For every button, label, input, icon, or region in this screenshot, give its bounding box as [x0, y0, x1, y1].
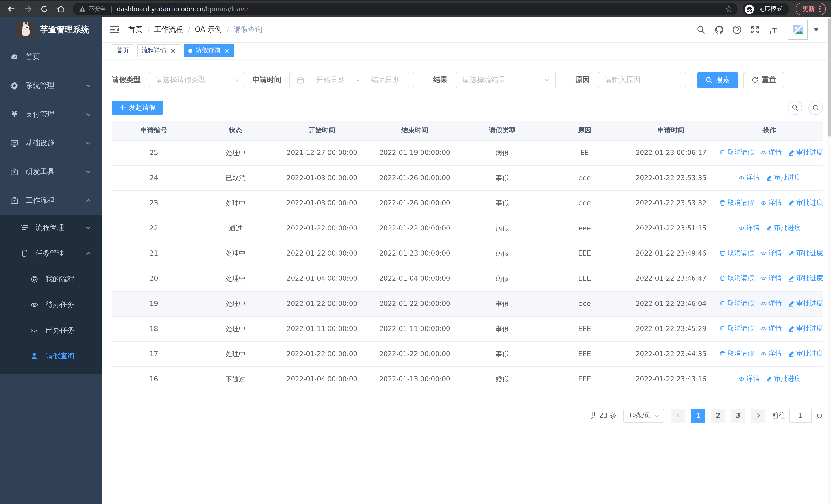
end-date-input[interactable]: 结束日期 — [362, 76, 408, 85]
page-button-2[interactable]: 2 — [711, 408, 725, 423]
browser-back-icon[interactable] — [4, 2, 19, 16]
fullscreen-icon[interactable] — [750, 24, 760, 35]
cell-reason: EEE — [543, 341, 626, 366]
user-avatar[interactable] — [788, 20, 808, 39]
close-icon[interactable]: × — [224, 48, 229, 54]
avatar-caret-icon[interactable] — [813, 28, 819, 31]
detail-action-link[interactable]: 详情 — [760, 148, 782, 157]
prev-page-button[interactable] — [671, 408, 685, 423]
sidebar-item-流程管理[interactable]: 流程管理 — [0, 215, 102, 241]
bookmark-star-icon[interactable] — [725, 5, 733, 13]
page-button-3[interactable]: 3 — [731, 408, 745, 423]
sidebar-item-已办任务[interactable]: 已办任务 — [0, 318, 102, 343]
create-leave-button[interactable]: 发起请假 — [112, 100, 163, 115]
tab-leave-query[interactable]: 请假查询× — [184, 44, 234, 57]
start-date-input[interactable]: 开始日期 — [308, 76, 354, 85]
progress-action-link[interactable]: 审批进度 — [766, 224, 801, 233]
cancel-action-link[interactable]: 取消请假 — [719, 349, 754, 358]
refresh-table-button[interactable] — [808, 100, 823, 115]
cell-actions: 取消请假详情审批进度 — [716, 291, 823, 316]
security-chip[interactable]: 不安全 — [79, 5, 106, 13]
progress-action-link[interactable]: 审批进度 — [788, 324, 823, 333]
cancel-action-link[interactable]: 取消请假 — [719, 249, 754, 258]
tab-process-detail[interactable]: 流程详情× — [137, 44, 180, 57]
sidebar-item-我的流程[interactable]: 我的流程 — [0, 266, 102, 292]
cancel-action-link[interactable]: 取消请假 — [719, 324, 754, 333]
search-button[interactable]: 搜索 — [697, 72, 738, 88]
reset-button[interactable]: 重置 — [743, 72, 784, 88]
sidebar-item-首页[interactable]: 首页 — [0, 42, 102, 71]
close-icon[interactable]: × — [170, 48, 175, 54]
window-scrollbar[interactable] — [827, 17, 831, 504]
cell-start: 2022-01-04 00:00:00 — [276, 266, 369, 291]
cell-status: 处理中 — [196, 241, 276, 266]
github-icon[interactable] — [714, 24, 724, 35]
detail-action-link[interactable]: 详情 — [738, 375, 760, 384]
progress-action-link[interactable]: 审批进度 — [766, 375, 801, 384]
app-logo[interactable]: 芋道管理系统 — [0, 17, 102, 42]
reason-label: 原因 — [575, 76, 590, 85]
cell-apply_time: 2022-01-22 23:53:32 — [626, 190, 716, 215]
breadcrumb-item[interactable]: 工作流程 — [154, 25, 183, 34]
progress-action-link[interactable]: 审批进度 — [766, 173, 801, 182]
cancel-action-link[interactable]: 取消请假 — [719, 274, 754, 283]
progress-action-link[interactable]: 审批进度 — [788, 148, 823, 157]
pen-icon — [788, 149, 795, 156]
view-icon — [760, 149, 767, 156]
sidebar-item-待办任务[interactable]: 待办任务 — [0, 292, 102, 318]
page-size-select[interactable]: 10条/页 — [623, 408, 664, 423]
sidebar-item-支付管理[interactable]: ¥支付管理 — [0, 100, 102, 129]
browser-home-icon[interactable] — [53, 2, 68, 16]
chevron-down-icon — [85, 169, 91, 175]
sidebar-item-工作流程[interactable]: 工作流程 — [0, 186, 102, 215]
sidebar-item-基础设施[interactable]: 基础设施 — [0, 129, 102, 157]
apply-time-range-picker[interactable]: 开始日期 - 结束日期 — [289, 72, 414, 88]
progress-action-link[interactable]: 审批进度 — [788, 299, 823, 308]
search-icon[interactable] — [696, 24, 706, 35]
sidebar-item-系统管理[interactable]: 系统管理 — [0, 71, 102, 100]
result-select[interactable]: 请选择流结果 — [456, 72, 556, 88]
sidebar-item-任务管理[interactable]: 任务管理 — [0, 241, 102, 266]
table-row: 18处理中2022-01-11 00:00:002022-01-11 00:00… — [112, 316, 823, 341]
browser-forward-icon[interactable] — [21, 2, 35, 16]
detail-action-link[interactable]: 详情 — [738, 173, 760, 182]
help-icon[interactable] — [732, 24, 742, 35]
progress-action-link[interactable]: 审批进度 — [788, 349, 823, 358]
sidebar-item-研发工具[interactable]: 研发工具 — [0, 157, 102, 186]
sidebar-item-请假查询[interactable]: 请假查询 — [0, 343, 102, 369]
table-row: 24已取消2022-01-03 00:00:002022-01-26 00:00… — [112, 165, 823, 190]
pen-icon — [788, 325, 795, 332]
progress-action-link[interactable]: 审批进度 — [788, 249, 823, 258]
goto-page-input[interactable] — [790, 408, 812, 423]
browser-menu-icon[interactable] — [819, 6, 821, 12]
tab-home[interactable]: 首页 — [112, 44, 134, 57]
chevron-right-icon — [755, 413, 761, 418]
scrollbar-thumb[interactable] — [828, 19, 831, 137]
progress-action-link[interactable]: 审批进度 — [788, 198, 823, 208]
next-page-button[interactable] — [751, 408, 765, 423]
cell-actions: 详情审批进度 — [716, 366, 823, 392]
detail-action-link[interactable]: 详情 — [760, 349, 782, 358]
show-search-toggle-button[interactable] — [788, 100, 802, 115]
cell-reason: eee — [543, 165, 626, 190]
reason-input[interactable]: 请输入原因 — [598, 72, 686, 88]
breadcrumb-item[interactable]: OA 示例 — [195, 25, 222, 34]
leave-type-select[interactable]: 请选择请假类型 — [149, 72, 245, 88]
font-size-icon[interactable]: TT — [768, 24, 778, 35]
cancel-action-link[interactable]: 取消请假 — [719, 148, 754, 157]
detail-action-link[interactable]: 详情 — [760, 324, 782, 333]
detail-action-link[interactable]: 详情 — [760, 274, 782, 283]
progress-action-link[interactable]: 审批进度 — [788, 274, 823, 283]
cancel-action-link[interactable]: 取消请假 — [719, 198, 754, 208]
omnibox[interactable]: 不安全 dashboard.yudao.iocoder.cn/bpm/oa/le… — [73, 3, 738, 16]
sidebar-fold-icon[interactable] — [110, 24, 120, 35]
chrome-update-button[interactable]: 更新 — [796, 3, 826, 16]
detail-action-link[interactable]: 详情 — [760, 198, 782, 208]
cancel-action-link[interactable]: 取消请假 — [719, 299, 754, 308]
detail-action-link[interactable]: 详情 — [760, 299, 782, 308]
breadcrumb-item[interactable]: 首页 — [128, 25, 143, 34]
browser-reload-icon[interactable] — [37, 2, 51, 16]
detail-action-link[interactable]: 详情 — [738, 224, 760, 233]
page-button-1[interactable]: 1 — [691, 408, 705, 423]
detail-action-link[interactable]: 详情 — [760, 249, 782, 258]
